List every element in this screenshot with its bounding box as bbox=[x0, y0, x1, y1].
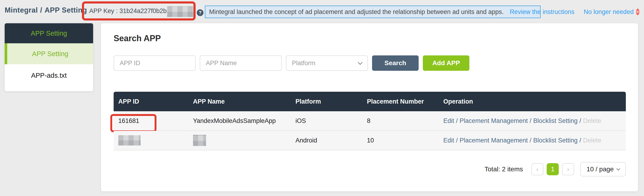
page-1-button[interactable]: 1 bbox=[547, 163, 559, 175]
chevron-down-icon bbox=[358, 60, 362, 65]
col-operation: Operation bbox=[443, 98, 626, 105]
pagination-total: Total: 2 items bbox=[484, 166, 523, 173]
operation-separator: / bbox=[530, 117, 532, 124]
cell-placement-number: 10 bbox=[367, 137, 443, 144]
col-placement-number: Placement Number bbox=[367, 98, 443, 105]
page-title: Search APP bbox=[114, 34, 161, 43]
app-name-input[interactable] bbox=[200, 56, 282, 71]
pagination: Total: 2 items ‹ 1 › 10 / page bbox=[484, 162, 626, 176]
platform-select-value: Platform bbox=[292, 60, 316, 67]
blocklist-setting-link[interactable]: Blocklist Setting bbox=[533, 137, 578, 144]
cell-app-id: 161681 bbox=[118, 117, 193, 124]
help-icon[interactable]: ? bbox=[197, 9, 204, 16]
delete-link-disabled: Delete bbox=[583, 137, 601, 144]
page-size-value: 10 / page bbox=[586, 166, 614, 173]
blocklist-setting-link[interactable]: Blocklist Setting bbox=[533, 117, 578, 124]
cell-platform: Android bbox=[296, 137, 367, 144]
no-longer-needed-link[interactable]: No longer needed bbox=[584, 8, 634, 16]
table-header-row: APP ID APP Name Platform Placement Numbe… bbox=[114, 92, 626, 111]
delete-link-disabled: Delete bbox=[583, 117, 601, 124]
operation-separator: / bbox=[580, 137, 581, 144]
sidebar: APP Setting APP Setting APP-ads.txt bbox=[5, 23, 93, 91]
breadcrumb-current: APP Setting bbox=[44, 6, 87, 14]
add-app-button[interactable]: Add APP bbox=[423, 56, 470, 71]
col-app-id: APP ID bbox=[118, 98, 193, 105]
cell-operations: Edit/Placement Management/Blocklist Sett… bbox=[443, 137, 626, 144]
app-key-redacted-blur bbox=[167, 6, 194, 17]
page-size-select[interactable]: 10 / page bbox=[580, 162, 626, 176]
app-key-label: APP Key : 31b24a227f0b2b bbox=[89, 8, 167, 15]
placement-management-link[interactable]: Placement Management bbox=[460, 137, 528, 144]
platform-select[interactable]: Platform bbox=[286, 56, 368, 71]
search-button[interactable]: Search bbox=[372, 56, 418, 71]
app-key-annotation-box: APP Key : 31b24a227f0b2b bbox=[82, 2, 196, 20]
chevron-down-icon bbox=[616, 167, 620, 171]
breadcrumb-separator: / bbox=[40, 6, 42, 14]
cell-app-name: YandexMobileAdsSampleApp bbox=[193, 117, 296, 124]
search-filter-row: Platform Search Add APP bbox=[114, 56, 470, 71]
notice-banner: Mintegral launched the concept of ad pla… bbox=[205, 6, 540, 18]
sidebar-header: APP Setting bbox=[5, 23, 93, 43]
app-id-input[interactable] bbox=[114, 56, 196, 71]
banner-message: Mintegral launched the concept of ad pla… bbox=[209, 8, 504, 16]
table-row: 161681 YandexMobileAdsSampleApp iOS 8 Ed… bbox=[114, 111, 626, 131]
edit-link[interactable]: Edit bbox=[443, 117, 454, 124]
sidebar-item-app-setting[interactable]: APP Setting bbox=[5, 43, 93, 64]
cell-placement-number: 8 bbox=[367, 117, 443, 124]
operation-separator: / bbox=[580, 117, 581, 124]
banner-close-icon[interactable]: ✕ bbox=[636, 8, 639, 15]
next-page-button[interactable]: › bbox=[562, 163, 574, 175]
col-app-name: APP Name bbox=[193, 98, 296, 105]
app-table: APP ID APP Name Platform Placement Numbe… bbox=[114, 92, 626, 150]
review-instructions-link[interactable]: Review the instructions bbox=[510, 8, 574, 16]
app-name-redacted-blur bbox=[193, 135, 206, 146]
app-id-redacted-blur bbox=[118, 135, 141, 146]
table-row: Android 10 Edit/Placement Management/Blo… bbox=[114, 131, 626, 150]
col-platform: Platform bbox=[296, 98, 367, 105]
placement-management-link[interactable]: Placement Management bbox=[460, 117, 528, 124]
operation-separator: / bbox=[530, 137, 532, 144]
cell-operations: Edit/Placement Management/Blocklist Sett… bbox=[443, 117, 626, 124]
main-content-card: Search APP Platform Search Add APP APP I… bbox=[101, 23, 638, 191]
breadcrumb: Mintegral/APP Setting bbox=[5, 6, 87, 14]
cell-app-name bbox=[193, 135, 296, 146]
breadcrumb-root[interactable]: Mintegral bbox=[5, 6, 38, 14]
sidebar-item-app-ads-txt[interactable]: APP-ads.txt bbox=[5, 64, 93, 86]
operation-separator: / bbox=[456, 137, 458, 144]
operation-separator: / bbox=[456, 117, 458, 124]
edit-link[interactable]: Edit bbox=[443, 137, 454, 144]
prev-page-button[interactable]: ‹ bbox=[531, 163, 544, 175]
cell-platform: iOS bbox=[296, 117, 367, 124]
cell-app-id bbox=[118, 135, 193, 146]
